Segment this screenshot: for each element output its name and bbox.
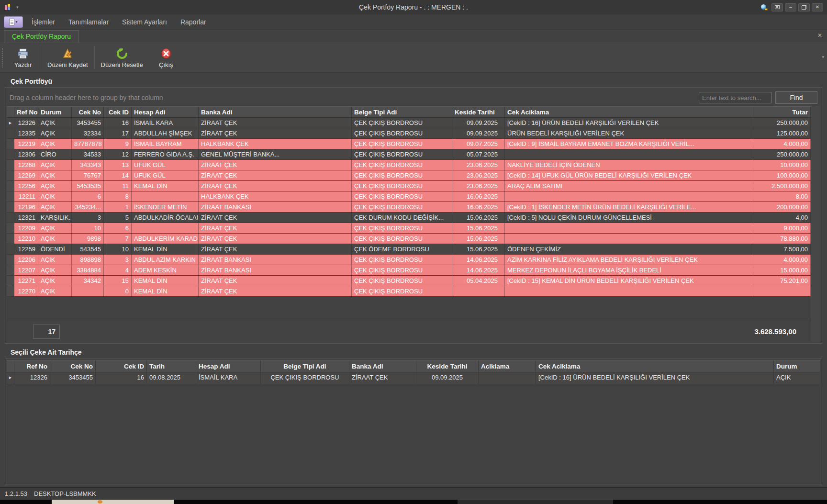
column-header[interactable]: Keside Tarihi (452, 107, 505, 117)
table-row[interactable]: 12270AÇIK0KEMAL DİNZİRAAT ÇEKÇEK ÇIKIŞ B… (7, 286, 811, 297)
portfolio-grid: Drag a column header here to group by th… (7, 89, 820, 342)
cell: NAKLİYE BEDELİ İÇİN ÖDENEN (505, 160, 753, 170)
table-row[interactable]: 12259ÖDENDİ54354510KEMAL DİNZİRAAT ÇEKÇE… (7, 244, 811, 255)
cell: 3453455 (72, 118, 104, 128)
table-row[interactable]: 12206AÇIK8988983ABDUL AZİM KARKINZİRAAT … (7, 255, 811, 265)
vertical-scrollbar[interactable] (811, 106, 820, 342)
column-header-indicator (7, 360, 14, 372)
cell: AÇIK (38, 191, 72, 202)
column-header[interactable]: Durum (38, 107, 72, 117)
table-row[interactable]: 12321KARŞILIK...35ABDULKADİR ÖCALANZİRAA… (7, 213, 811, 223)
table-row[interactable]: 12268AÇIK34334313UFUK GÜLZİRAAT ÇEKÇEK Ç… (7, 160, 811, 170)
column-header[interactable]: Banka Adi (199, 107, 352, 117)
cell: [CekID : 5] NOLU ÇEKİN DURUM GÜNCELLEMES… (505, 213, 753, 223)
version-label: 1.2.1.53 (5, 490, 27, 497)
column-header[interactable]: Hesap Adi (196, 360, 261, 372)
cell: ZİRAAT ÇEK (199, 181, 352, 191)
table-row[interactable]: ▸1232634534551609.08.2025İSMAİL KARAÇEK … (7, 372, 820, 384)
row-indicator (7, 286, 14, 296)
column-header[interactable]: Cek ID (104, 107, 132, 117)
find-button[interactable]: Find (775, 91, 817, 104)
row-count-box: 17 (33, 325, 60, 339)
cell: ZİRAAT ÇEK (349, 372, 416, 384)
column-header[interactable]: Cek No (72, 107, 104, 117)
table-row[interactable]: 12219AÇIK877878789İSMAİL BAYRAMHALKBANK … (7, 139, 811, 149)
cell: ZİRAAT ÇEK (199, 128, 352, 138)
column-header[interactable]: Tutar (753, 107, 811, 117)
toolbar-separator (94, 46, 95, 69)
cell: ÇEK ÇIKIŞ BORDROSU (352, 265, 452, 275)
cell: UFUK GÜL (132, 170, 199, 180)
table-row[interactable]: 12269AÇIK7676714UFUK GÜLZİRAAT ÇEKÇEK ÇI… (7, 170, 811, 181)
column-header[interactable]: Aciklama (479, 360, 536, 372)
cell: 15 (104, 276, 132, 286)
column-header[interactable]: Banka Adi (349, 360, 416, 372)
column-header[interactable]: Ref No (14, 360, 50, 372)
column-header[interactable]: Cek Aciklama (536, 360, 774, 372)
portfolio-grid-footer: 17 3.628.593,00 (7, 321, 811, 342)
table-row[interactable]: 12335AÇIK3233417ABDULLAH ŞİMŞEKZİRAAT ÇE… (7, 128, 811, 139)
table-row[interactable]: 12211AÇIK68HALKBANK ÇEKÇEK ÇIKIŞ BORDROS… (7, 191, 811, 202)
column-header[interactable]: Cek No (50, 360, 96, 372)
table-row[interactable]: 12256AÇIK545353511KEMAL DİNZİRAAT ÇEKÇEK… (7, 181, 811, 191)
layout-reset-icon (116, 47, 128, 60)
table-row[interactable]: 12210AÇIK98987ABDULKERİM KARADU...ZİRAAT… (7, 234, 811, 244)
cell: ÇEK ÇIKIŞ BORDROSU (352, 202, 452, 212)
table-row[interactable]: 12209AÇIK106ZİRAAT ÇEKÇEK ÇIKIŞ BORDROSU… (7, 223, 811, 234)
cell: 12 (104, 149, 132, 159)
row-indicator (7, 255, 14, 265)
toolbar-overflow-caret-icon[interactable]: ▾ (822, 55, 824, 59)
cell: 343343 (72, 160, 104, 170)
quick-access-caret-icon[interactable]: ▾ (16, 5, 19, 10)
cell: 12270 (14, 286, 38, 296)
column-header[interactable]: Durum (774, 360, 820, 372)
cell (505, 223, 753, 233)
layout-save-button[interactable]: Düzeni Kaydet (42, 43, 94, 72)
table-row[interactable]: 12207AÇIK33848844ADEM KESKİNZİRAAT BANKA… (7, 265, 811, 276)
column-header[interactable]: Belge Tipi Adi (352, 107, 452, 117)
cell: [CekID : 14] UFUK GÜL ÜRÜN BEDELİ KARŞIL… (505, 170, 753, 180)
cell: 14.06.2025 (452, 265, 505, 275)
table-row[interactable]: 12196AÇIK345234...1İSKENDER METİNZİRAAT … (7, 202, 811, 213)
cell: 4.000,00 (753, 255, 811, 265)
table-row[interactable]: 12306CİRO3453312FERRERO GIDA A.Ş.GENEL M… (7, 149, 811, 160)
column-header[interactable]: Belge Tipi Adi (261, 360, 349, 372)
history-grid-header: Ref NoCek NoCek IDTarihHesap AdiBelge Ti… (7, 360, 820, 372)
tab-strip-close-icon[interactable]: ✕ (817, 32, 822, 39)
row-indicator (7, 149, 14, 159)
cell: ÇEK ÇIKIŞ BORDROSU (352, 139, 452, 149)
application-menu-button[interactable]: ▾ (4, 16, 23, 28)
print-button[interactable]: Yazdır (6, 43, 40, 72)
screen-button[interactable] (771, 3, 783, 11)
cell: 05.07.2025 (452, 149, 505, 159)
minimize-button[interactable]: – (785, 3, 796, 11)
menu-item-sistem-ayarları[interactable]: Sistem Ayarları (115, 15, 174, 29)
table-row[interactable]: ▸12326AÇIK345345516İSMAİL KARAZİRAAT ÇEK… (7, 118, 811, 128)
menu-item-tanımlamalar[interactable]: Tanımlamalar (62, 15, 115, 29)
cell: 14.06.2025 (452, 255, 505, 265)
column-header[interactable]: Cek Aciklama (505, 107, 753, 117)
tab-cek-portfoy-raporu[interactable]: Çek Portföy Raporu (4, 30, 79, 43)
cell: ÇEK ÇIKIŞ BORDROSU (352, 181, 452, 191)
menu-item-raporlar[interactable]: Raporlar (174, 15, 213, 29)
menu-item-i̇şlemler[interactable]: İşlemler (25, 15, 62, 29)
exit-button[interactable]: Çıkış (149, 43, 183, 72)
cell: 13 (104, 160, 132, 170)
column-header[interactable]: Hesap Adi (132, 107, 199, 117)
layout-reset-button[interactable]: Düzeni Resetle (95, 43, 149, 72)
close-button[interactable]: ✕ (812, 3, 823, 11)
search-input[interactable] (699, 92, 771, 103)
taskbar-thumbnail (52, 500, 174, 504)
column-header[interactable]: Ref No (14, 107, 38, 117)
table-row[interactable]: 12271AÇIK3434215KEMAL DİNZİRAAT ÇEKÇEK Ç… (7, 276, 811, 286)
group-by-panel[interactable]: Drag a column header here to group by th… (7, 89, 820, 106)
cell: 11 (104, 181, 132, 191)
column-header[interactable]: Keside Tarihi (416, 360, 479, 372)
column-header[interactable]: Cek ID (96, 360, 147, 372)
network-lock-icon[interactable] (761, 4, 768, 11)
cell: 12256 (14, 181, 38, 191)
restore-button[interactable] (798, 3, 810, 11)
cell: ÇEK DURUM KODU DEĞİŞİK... (352, 213, 452, 223)
toolbar-grip[interactable] (2, 48, 5, 67)
column-header[interactable]: Tarih (147, 360, 196, 372)
